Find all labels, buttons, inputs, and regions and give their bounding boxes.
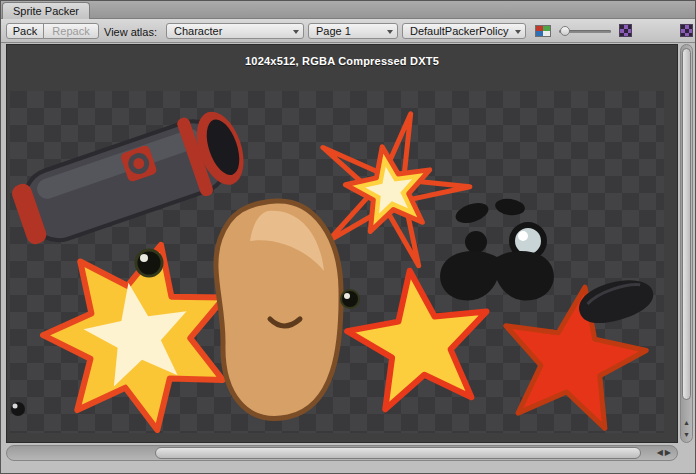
chevron-down-icon (293, 30, 299, 34)
scroll-left-icon[interactable]: ◀ (657, 448, 665, 457)
texture-preview-icon[interactable] (680, 24, 693, 37)
window-title: Sprite Packer (13, 5, 79, 17)
mip-level-slider[interactable] (559, 30, 611, 33)
atlas-sprites (10, 91, 664, 433)
policy-dropdown[interactable]: DefaultPackerPolicy (402, 23, 526, 39)
policy-dropdown-value: DefaultPackerPolicy (410, 25, 508, 37)
repack-button[interactable]: Repack (43, 23, 99, 39)
chevron-down-icon (387, 30, 393, 34)
tab-strip: Sprite Packer (1, 1, 695, 19)
toolbar: Pack Repack View atlas: Character Page 1… (1, 19, 695, 43)
horizontal-scrollbar-thumb[interactable] (155, 447, 641, 459)
cannon-sprite (10, 103, 253, 256)
monocle-face-sprite (440, 197, 554, 301)
olive-sprite (136, 250, 162, 276)
atlas-checker-region (10, 91, 664, 433)
scroll-down-icon[interactable]: ▼ (681, 431, 692, 438)
tiny-dot-sprite (11, 402, 25, 416)
sprite-packer-window: Sprite Packer Pack Repack View atlas: Ch… (0, 0, 696, 474)
atlas-canvas: 1024x512, RGBA Compressed DXT5 (6, 44, 678, 443)
atlas-info-text: 1024x512, RGBA Compressed DXT5 (7, 55, 677, 67)
olive-small-sprite (341, 290, 359, 308)
bean-character-sprite (216, 201, 341, 419)
atlas-dropdown-value: Character (174, 25, 222, 37)
horizontal-scrollbar[interactable]: ◀▶ (6, 445, 678, 461)
atlas-dropdown[interactable]: Character (166, 23, 304, 39)
slider-thumb[interactable] (560, 26, 570, 36)
tab-sprite-packer[interactable]: Sprite Packer (2, 2, 90, 19)
vertical-scrollbar[interactable]: ▲ ▼ (680, 44, 693, 443)
texture-preview-icon[interactable] (619, 24, 632, 37)
view-atlas-label: View atlas: (104, 26, 157, 38)
page-dropdown-value: Page 1 (316, 25, 351, 37)
color-channels-icon[interactable] (535, 25, 551, 37)
chevron-down-icon (515, 30, 521, 34)
page-dropdown[interactable]: Page 1 (308, 23, 398, 39)
scroll-up-icon[interactable]: ▲ (681, 419, 692, 426)
vertical-scrollbar-thumb[interactable] (682, 48, 691, 400)
scroll-right-icon[interactable]: ▶ (665, 448, 673, 457)
pack-button[interactable]: Pack (6, 23, 44, 39)
